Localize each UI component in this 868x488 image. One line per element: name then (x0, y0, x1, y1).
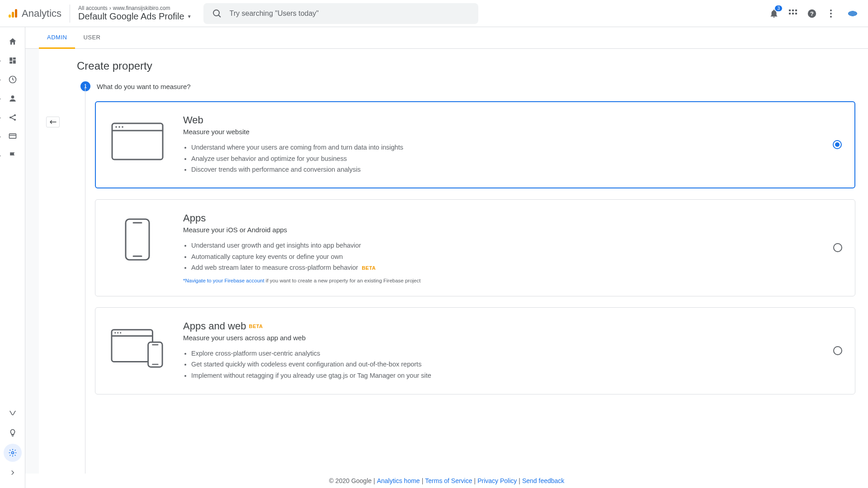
apps-button[interactable] (788, 8, 798, 19)
analytics-logo-icon (7, 8, 18, 19)
account-selector[interactable]: All accounts › www.finansijskibiro.com D… (70, 5, 200, 22)
svg-rect-1 (12, 12, 14, 18)
svg-point-15 (830, 16, 832, 18)
svg-text:?: ? (810, 10, 814, 17)
profile-name: Default Google Ads Profile (78, 11, 184, 22)
help-icon: ? (807, 9, 817, 19)
svg-rect-2 (15, 9, 17, 18)
breadcrumb: All accounts › www.finansijskibiro.com (78, 5, 192, 11)
svg-point-14 (830, 13, 832, 14)
svg-rect-8 (789, 13, 791, 14)
svg-rect-5 (789, 9, 791, 11)
svg-rect-10 (795, 13, 797, 14)
breadcrumb-all: All accounts (78, 5, 108, 11)
chevron-right-icon: › (109, 5, 111, 11)
logo-section[interactable]: Analytics (7, 5, 70, 23)
header-actions: 3 ? (769, 8, 861, 19)
svg-rect-6 (792, 9, 794, 11)
svg-rect-7 (795, 9, 797, 11)
more-button[interactable] (826, 8, 836, 19)
more-vert-icon (826, 9, 835, 18)
product-name: Analytics (22, 8, 61, 19)
svg-point-3 (213, 10, 219, 16)
help-button[interactable]: ? (807, 8, 817, 19)
search-box[interactable] (203, 3, 478, 24)
caret-down-icon: ▼ (187, 14, 192, 19)
svg-line-4 (218, 15, 221, 17)
svg-rect-9 (792, 13, 794, 14)
notifications-button[interactable]: 3 (769, 8, 779, 19)
org-logo[interactable] (844, 9, 861, 18)
notif-count: 3 (775, 5, 782, 11)
svg-rect-0 (9, 14, 11, 18)
breadcrumb-site: www.finansijskibiro.com (113, 5, 170, 11)
apps-grid-icon (788, 9, 797, 18)
search-input[interactable] (230, 9, 470, 18)
app-header: Analytics All accounts › www.finansijski… (0, 0, 868, 27)
svg-point-13 (830, 9, 832, 11)
search-icon (212, 8, 222, 19)
